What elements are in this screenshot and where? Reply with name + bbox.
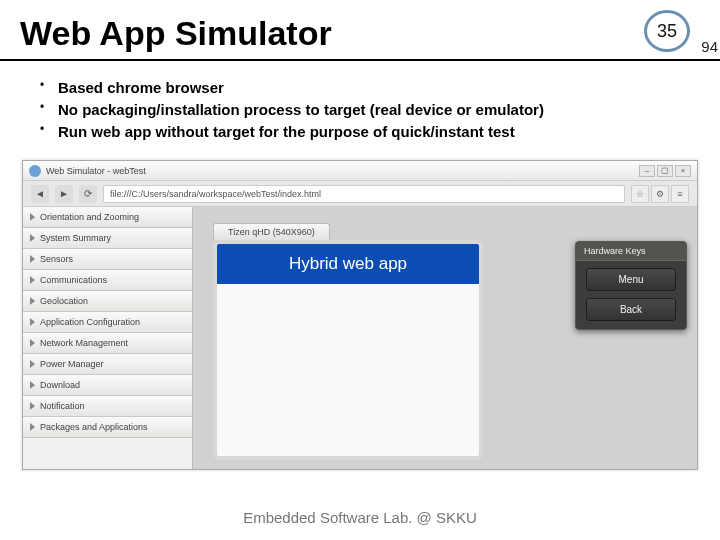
chevron-right-icon bbox=[30, 318, 35, 326]
bullet-item: Run web app without target for the purpo… bbox=[40, 121, 690, 143]
app-icon bbox=[29, 165, 41, 177]
simulator-screenshot: Web Simulator - webTest – ▢ × ◄ ► ⟳ file… bbox=[22, 160, 698, 470]
page-number: 35 bbox=[644, 10, 690, 52]
accordion-item[interactable]: Notification bbox=[23, 396, 192, 417]
device-tab[interactable]: Tizen qHD (540X960) bbox=[213, 223, 330, 240]
simulator-body: Orientation and Zooming System Summary S… bbox=[23, 207, 697, 469]
accordion-label: Communications bbox=[40, 275, 107, 285]
slide-footer: Embedded Software Lab. @ SKKU bbox=[0, 509, 720, 526]
chevron-right-icon bbox=[30, 213, 35, 221]
bullet-item: No packaging/installation process to tar… bbox=[40, 99, 690, 121]
accordion-item[interactable]: Power Manager bbox=[23, 354, 192, 375]
chevron-right-icon bbox=[30, 339, 35, 347]
page-badge: 35 94 bbox=[644, 10, 690, 52]
accordion-item[interactable]: Packages and Applications bbox=[23, 417, 192, 438]
minimize-icon[interactable]: – bbox=[639, 165, 655, 177]
chevron-right-icon bbox=[30, 360, 35, 368]
bullet-list: Based chrome browser No packaging/instal… bbox=[0, 73, 720, 154]
accordion-label: Network Management bbox=[40, 338, 128, 348]
url-text: file:///C:/Users/sandra/workspace/webTes… bbox=[110, 189, 321, 199]
accordion-item[interactable]: Download bbox=[23, 375, 192, 396]
accordion-label: Notification bbox=[40, 401, 85, 411]
accordion-label: Orientation and Zooming bbox=[40, 212, 139, 222]
accordion-item[interactable]: Communications bbox=[23, 270, 192, 291]
title-divider bbox=[0, 59, 720, 61]
slide-header: Web App Simulator 35 94 bbox=[0, 0, 720, 59]
accordion-label: Packages and Applications bbox=[40, 422, 148, 432]
maximize-icon[interactable]: ▢ bbox=[657, 165, 673, 177]
tool-icon[interactable]: ≡ bbox=[671, 185, 689, 203]
browser-toolbar: ◄ ► ⟳ file:///C:/Users/sandra/workspace/… bbox=[23, 181, 697, 207]
chevron-right-icon bbox=[30, 402, 35, 410]
device-stage: Tizen qHD (540X960) Hybrid web app Hardw… bbox=[193, 207, 697, 469]
back-button[interactable]: Back bbox=[586, 298, 676, 321]
window-controls: – ▢ × bbox=[639, 165, 691, 177]
tool-icon[interactable]: ☆ bbox=[631, 185, 649, 203]
accordion-label: Geolocation bbox=[40, 296, 88, 306]
chevron-right-icon bbox=[30, 381, 35, 389]
accordion-item[interactable]: Application Configuration bbox=[23, 312, 192, 333]
chevron-right-icon bbox=[30, 276, 35, 284]
hardware-keys-panel: Hardware Keys Menu Back bbox=[575, 241, 687, 330]
page-subnumber: 94 bbox=[701, 38, 718, 55]
chevron-right-icon bbox=[30, 234, 35, 242]
accordion-item[interactable]: Network Management bbox=[23, 333, 192, 354]
accordion-label: System Summary bbox=[40, 233, 111, 243]
accordion-label: Power Manager bbox=[40, 359, 104, 369]
reload-icon[interactable]: ⟳ bbox=[79, 185, 97, 203]
slide-title: Web App Simulator bbox=[20, 14, 700, 53]
close-icon[interactable]: × bbox=[675, 165, 691, 177]
forward-icon[interactable]: ► bbox=[55, 185, 73, 203]
chevron-right-icon bbox=[30, 423, 35, 431]
accordion-label: Application Configuration bbox=[40, 317, 140, 327]
back-icon[interactable]: ◄ bbox=[31, 185, 49, 203]
accordion-label: Sensors bbox=[40, 254, 73, 264]
device-screen: Hybrid web app bbox=[213, 240, 483, 460]
toolbar-icons: ☆ ⚙ ≡ bbox=[631, 185, 689, 203]
accordion-panel: Orientation and Zooming System Summary S… bbox=[23, 207, 193, 469]
window-titlebar: Web Simulator - webTest – ▢ × bbox=[23, 161, 697, 181]
chevron-right-icon bbox=[30, 255, 35, 263]
chevron-right-icon bbox=[30, 297, 35, 305]
accordion-item[interactable]: System Summary bbox=[23, 228, 192, 249]
window-title: Web Simulator - webTest bbox=[46, 166, 146, 176]
accordion-item[interactable]: Orientation and Zooming bbox=[23, 207, 192, 228]
url-bar[interactable]: file:///C:/Users/sandra/workspace/webTes… bbox=[103, 185, 625, 203]
app-header: Hybrid web app bbox=[217, 244, 479, 284]
accordion-item[interactable]: Geolocation bbox=[23, 291, 192, 312]
hardware-keys-title: Hardware Keys bbox=[576, 242, 686, 261]
accordion-label: Download bbox=[40, 380, 80, 390]
accordion-item[interactable]: Sensors bbox=[23, 249, 192, 270]
bullet-item: Based chrome browser bbox=[40, 77, 690, 99]
menu-button[interactable]: Menu bbox=[586, 268, 676, 291]
tool-icon[interactable]: ⚙ bbox=[651, 185, 669, 203]
